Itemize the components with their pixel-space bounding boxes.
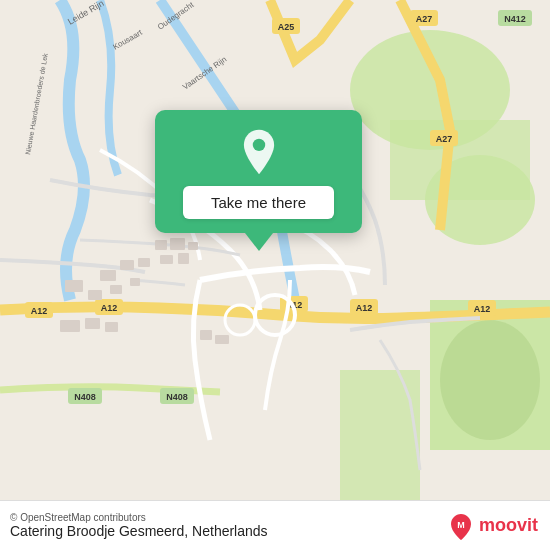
svg-text:N412: N412	[504, 14, 526, 24]
svg-text:A25: A25	[278, 22, 295, 32]
svg-rect-44	[215, 335, 229, 344]
svg-rect-34	[160, 255, 173, 264]
take-me-there-button[interactable]: Take me there	[183, 186, 334, 219]
svg-rect-37	[138, 258, 150, 267]
location-name: Catering Broodje Gesmeerd, Netherlands	[10, 523, 268, 539]
moovit-icon: M	[447, 512, 475, 540]
svg-text:N408: N408	[166, 392, 188, 402]
moovit-text: moovit	[479, 515, 538, 536]
svg-rect-36	[120, 260, 134, 270]
map-popup: Take me there	[155, 110, 362, 251]
svg-text:A12: A12	[356, 303, 373, 313]
svg-rect-45	[60, 320, 80, 332]
svg-rect-42	[130, 278, 140, 286]
svg-text:A12: A12	[101, 303, 118, 313]
svg-rect-40	[88, 290, 102, 300]
svg-point-5	[440, 320, 540, 440]
svg-rect-39	[65, 280, 83, 292]
svg-point-53	[252, 139, 264, 151]
location-info: © OpenStreetMap contributors Catering Br…	[10, 512, 268, 539]
svg-text:M: M	[457, 520, 465, 530]
osm-credit: © OpenStreetMap contributors	[10, 512, 268, 523]
svg-rect-43	[200, 330, 212, 340]
popup-tail	[245, 233, 273, 251]
svg-rect-46	[85, 318, 100, 329]
map-container: A12 A12 A12 A12 A12 A25 A27 A27 N412 N40…	[0, 0, 550, 500]
svg-text:A27: A27	[416, 14, 433, 24]
bottom-bar: © OpenStreetMap contributors Catering Br…	[0, 500, 550, 550]
svg-text:A12: A12	[474, 304, 491, 314]
svg-text:A27: A27	[436, 134, 453, 144]
moovit-logo[interactable]: M moovit	[447, 512, 538, 540]
svg-rect-35	[178, 253, 189, 264]
svg-rect-41	[110, 285, 122, 294]
svg-rect-6	[340, 370, 420, 500]
location-pin-icon	[235, 128, 283, 176]
svg-rect-47	[105, 322, 118, 332]
svg-text:N408: N408	[74, 392, 96, 402]
popup-box: Take me there	[155, 110, 362, 233]
svg-text:A12: A12	[31, 306, 48, 316]
svg-rect-38	[100, 270, 116, 281]
